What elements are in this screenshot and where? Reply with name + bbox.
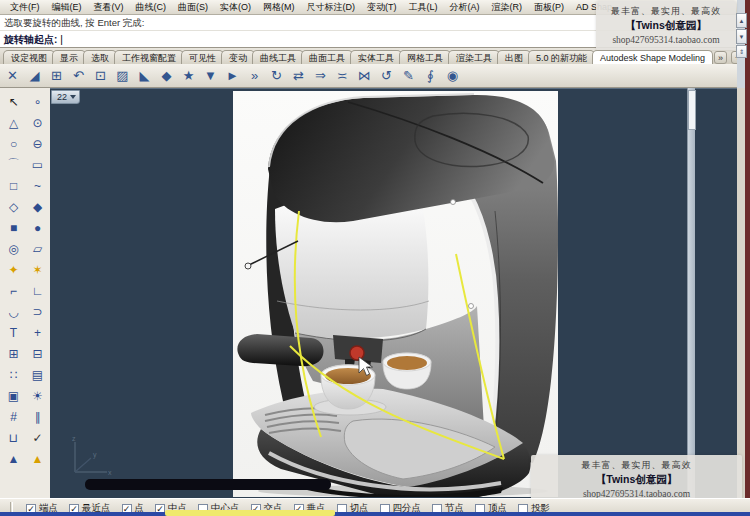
chamfer-edge-icon[interactable]: ∟ [26, 280, 49, 301]
toolbar-tab[interactable]: 网格工具 [399, 50, 451, 64]
menu-item[interactable]: 变动(T) [361, 0, 403, 14]
menu-item[interactable]: 编辑(E) [46, 0, 88, 14]
scale-points-icon[interactable]: ✕ [2, 66, 23, 86]
menu-item[interactable]: 面板(P) [528, 0, 570, 14]
tab-overflow-button[interactable]: » [714, 51, 727, 64]
check-icon[interactable]: ✓ [26, 427, 49, 448]
toolbar-tab[interactable]: 渲染工具 [448, 50, 500, 64]
menu-item[interactable]: 分析(A) [444, 0, 486, 14]
plane-icon[interactable]: ▱ [26, 238, 49, 259]
toolbar-tab[interactable]: 曲面工具 [301, 50, 353, 64]
offset-surface-icon[interactable]: ⊃ [26, 301, 49, 322]
rebuild-icon[interactable]: ↺ [376, 66, 397, 86]
text-icon[interactable]: T [2, 322, 25, 343]
menu-item[interactable]: 曲线(C) [130, 0, 173, 14]
menu-item[interactable]: 工具(L) [403, 0, 444, 14]
menu-item[interactable]: 曲面(S) [172, 0, 214, 14]
spiral-curve-icon[interactable]: ∮ [420, 66, 441, 86]
cone-alt-icon[interactable]: ▲ [26, 448, 49, 469]
sphere-icon[interactable]: ● [26, 217, 49, 238]
group-icon[interactable]: ⊞ [2, 343, 25, 364]
menu-item[interactable]: 尺寸标注(D) [301, 0, 362, 14]
box-icon[interactable]: ■ [2, 217, 25, 238]
cage-edit-icon[interactable]: ⊡ [90, 66, 111, 86]
flow-icon[interactable]: » [244, 66, 265, 86]
arc-icon[interactable]: ⌒ [2, 154, 25, 175]
patch-surface-icon[interactable]: ◆ [26, 196, 49, 217]
control-point[interactable] [469, 304, 474, 309]
cmd-scroll-both-button[interactable]: ⇕ [736, 45, 747, 58]
toolbar-tab[interactable]: 出图 [497, 50, 531, 64]
sweep-icon[interactable]: ► [222, 66, 243, 86]
bend-curve-icon[interactable]: ↶ [68, 66, 89, 86]
grid-icon[interactable]: # [2, 406, 25, 427]
toolbar-tab[interactable]: Autodesk Shape Modeling [592, 50, 713, 64]
toolbar-tab[interactable]: 显示 [52, 50, 86, 64]
move-point-icon[interactable]: + [26, 322, 49, 343]
freeform-curve-icon[interactable]: ~ [26, 175, 49, 196]
pipe-icon[interactable]: ∥ [26, 406, 49, 427]
explode-icon[interactable]: ✶ [26, 259, 49, 280]
circle-icon[interactable]: ○ [2, 133, 25, 154]
watermark-brand: 【Twins创意园】 [531, 473, 742, 487]
menu-item[interactable]: 渲染(R) [486, 0, 529, 14]
viewport-scrollbar[interactable] [687, 88, 695, 498]
ramp-surface-icon[interactable]: ◢ [24, 66, 45, 86]
toolbar-tab[interactable]: 变动 [221, 50, 255, 64]
video-seek-played[interactable] [165, 510, 335, 516]
perspective-viewport[interactable]: 22 [50, 88, 737, 498]
cplane-axis-gizmo: z y x [65, 434, 113, 482]
pen-curve-icon[interactable]: ✎ [398, 66, 419, 86]
menu-item[interactable]: 实体(O) [214, 0, 257, 14]
toolbar-tab[interactable]: 选取 [83, 50, 117, 64]
extend-surface-icon[interactable]: ⇒ [310, 66, 331, 86]
wave-surface-icon[interactable]: ▼ [200, 66, 221, 86]
match-surface-icon[interactable]: ≍ [332, 66, 353, 86]
boolean-union-icon[interactable]: ✦ [2, 259, 25, 280]
torus-icon[interactable]: ◎ [2, 238, 25, 259]
model-render-region[interactable] [233, 91, 558, 497]
align-icon[interactable]: ⇄ [288, 66, 309, 86]
star-surface-icon[interactable]: ★ [178, 66, 199, 86]
cylinder-icon[interactable]: ⊔ [2, 427, 25, 448]
panel-pair-icon[interactable]: ⊞ [46, 66, 67, 86]
shade-surface-icon[interactable]: ▨ [112, 66, 133, 86]
edit-points-icon[interactable]: ⊙ [26, 112, 49, 133]
render-icon[interactable]: ▣ [2, 385, 25, 406]
eye-visibility-icon[interactable]: ◉ [442, 66, 463, 86]
ellipse-icon[interactable]: ⊖ [26, 133, 49, 154]
surface-icon[interactable]: ◇ [2, 196, 25, 217]
cmd-scroll-up-button[interactable]: ▲ [736, 13, 747, 28]
twist-icon[interactable]: ↻ [266, 66, 287, 86]
toolbar-tab[interactable]: 5.0 的新功能 [528, 50, 595, 64]
menu-item[interactable]: 查看(V) [88, 0, 130, 14]
scrollbar-thumb[interactable] [688, 90, 696, 130]
polygon-icon[interactable]: □ [2, 175, 25, 196]
video-seek-bar[interactable] [0, 512, 750, 516]
toolbar-tab[interactable]: 实体工具 [350, 50, 402, 64]
array-icon[interactable]: ∷ [2, 364, 25, 385]
toolbar-tab[interactable]: 工作视窗配置 [114, 50, 184, 64]
fillet-edge-icon[interactable]: ⌐ [2, 280, 25, 301]
menu-item[interactable]: 文件(F) [4, 0, 46, 14]
merge-surface-icon[interactable]: ⋈ [354, 66, 375, 86]
menu-item[interactable]: 网格(M) [257, 0, 301, 14]
cone-icon[interactable]: ▲ [2, 448, 25, 469]
toolbar-tab[interactable]: 设定视图 [3, 50, 55, 64]
control-point[interactable] [451, 200, 456, 205]
point-icon[interactable]: ∘ [26, 91, 49, 112]
ungroup-icon[interactable]: ⊟ [26, 343, 49, 364]
block-icon[interactable]: ▤ [26, 364, 49, 385]
viewport-title-tab[interactable]: 22 [51, 90, 80, 104]
diamond-patch-icon[interactable]: ◆ [156, 66, 177, 86]
blend-surface-icon[interactable]: ◡ [2, 301, 25, 322]
rectangle-icon[interactable]: ▭ [26, 154, 49, 175]
lights-icon[interactable]: ☀ [26, 385, 49, 406]
cmd-scroll-down-button[interactable]: ▼ [736, 29, 747, 44]
chevron-down-icon[interactable] [70, 95, 76, 99]
polyline-icon[interactable]: △ [2, 112, 25, 133]
pointer-icon[interactable]: ↖ [2, 91, 25, 112]
toolbar-tab[interactable]: 曲线工具 [252, 50, 304, 64]
toolbar-tab[interactable]: 可见性 [181, 50, 224, 64]
corner-surface-icon[interactable]: ◣ [134, 66, 155, 86]
